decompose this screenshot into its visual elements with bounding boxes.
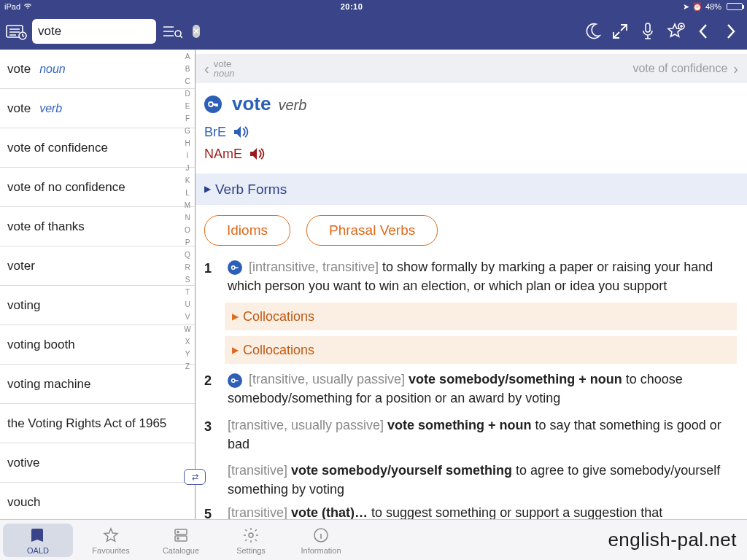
sense-2: 2 [transitive, usually passive] vote som…	[204, 370, 737, 408]
index-letter[interactable]: R	[185, 263, 190, 271]
gear-icon	[241, 526, 260, 545]
index-letter[interactable]: M	[185, 201, 190, 209]
result-item[interactable]: vote of confidence	[0, 128, 195, 168]
result-item[interactable]: the Voting Rights Act of 1965	[0, 404, 195, 443]
entry-panel: ‹ vote noun vote of confidence › vote ve…	[196, 50, 747, 519]
result-item[interactable]: voteverb	[0, 89, 195, 128]
part-of-speech: verb	[278, 95, 306, 116]
index-letter[interactable]: Z	[185, 362, 190, 370]
result-item[interactable]: votenoun	[0, 50, 195, 89]
bottom-tabbar: OALD Favourites Catalogue Settings Infor…	[0, 519, 747, 560]
nav-back-icon[interactable]	[692, 20, 715, 43]
battery-percent: 48%	[705, 2, 721, 11]
index-letter[interactable]: P	[185, 238, 190, 246]
index-letter[interactable]: H	[185, 139, 190, 147]
tab-catalogue[interactable]: Catalogue	[146, 526, 216, 555]
location-icon: ➤	[683, 2, 689, 12]
result-item[interactable]: voting booth	[0, 325, 195, 365]
index-letter[interactable]: F	[185, 114, 190, 122]
pager-prev[interactable]: ‹ vote noun	[204, 59, 235, 78]
alarm-icon: ⏰	[692, 2, 703, 12]
verb-forms-bar[interactable]: ▶ Verb Forms	[196, 174, 747, 206]
mic-icon[interactable]	[636, 20, 659, 43]
result-item[interactable]: voting	[0, 286, 195, 325]
device-label: iPad	[4, 2, 20, 11]
favourite-add-icon[interactable]	[664, 20, 687, 43]
index-letter[interactable]: L	[185, 189, 190, 197]
chevron-right-icon: ›	[733, 61, 738, 77]
sense-4: [transitive] vote somebody/yourself some…	[228, 461, 737, 499]
top-toolbar: ✕	[0, 13, 747, 50]
sense-3: 3 [transitive, usually passive] vote som…	[204, 416, 737, 454]
index-letter[interactable]: D	[185, 90, 190, 98]
index-letter[interactable]: X	[185, 338, 190, 346]
index-letter[interactable]: W	[184, 325, 190, 333]
result-item[interactable]: voting machine	[0, 365, 195, 404]
key-icon	[204, 96, 222, 113]
index-letter[interactable]: G	[185, 127, 190, 135]
result-item[interactable]: vouch	[0, 483, 195, 519]
index-letter[interactable]: J	[186, 164, 190, 172]
speaker-name-icon[interactable]	[248, 147, 267, 161]
index-letter[interactable]: B	[185, 65, 190, 73]
speaker-bre-icon[interactable]	[232, 125, 251, 139]
battery-icon	[727, 3, 743, 10]
bre-label: BrE	[204, 122, 226, 141]
ios-status-bar: iPad 20:10 ➤ ⏰ 48%	[0, 0, 747, 13]
index-letter[interactable]: U	[185, 300, 190, 308]
index-letter[interactable]: S	[185, 276, 190, 284]
search-box[interactable]: ✕	[32, 19, 156, 44]
night-mode-icon[interactable]	[581, 20, 604, 43]
index-letter[interactable]: N	[185, 214, 190, 222]
history-icon[interactable]	[4, 20, 28, 43]
index-letter[interactable]: V	[185, 313, 190, 321]
clear-icon[interactable]: ✕	[193, 25, 200, 38]
index-letter[interactable]: C	[185, 77, 190, 85]
result-item[interactable]: voter	[0, 246, 195, 286]
tab-oald[interactable]: OALD	[3, 524, 73, 557]
clock: 20:10	[63, 2, 640, 11]
watermark: english-pal.net	[608, 529, 747, 551]
result-item[interactable]: vote of no confidence	[0, 168, 195, 207]
result-item[interactable]: votive	[0, 443, 195, 483]
index-letter[interactable]: E	[185, 102, 190, 110]
sense-5: 5 [transitive] vote (that)… to suggest s…	[204, 503, 737, 519]
phrasal-verbs-button[interactable]: Phrasal Verbs	[306, 215, 438, 246]
chevron-left-icon: ‹	[204, 61, 209, 77]
history-toggle-icon[interactable]: ⇄	[184, 469, 206, 485]
search-options-icon[interactable]	[160, 20, 184, 43]
key-icon	[228, 373, 242, 388]
book-icon	[28, 526, 47, 545]
star-icon	[101, 526, 120, 545]
tab-favourites[interactable]: Favourites	[76, 526, 146, 555]
svg-point-12	[249, 533, 253, 537]
name-label: NAmE	[204, 144, 242, 163]
index-letter[interactable]: A	[185, 52, 190, 61]
tab-information[interactable]: Information	[286, 526, 356, 555]
pager-next[interactable]: vote of confidence ›	[632, 61, 738, 77]
svg-point-10	[177, 531, 179, 532]
svg-rect-3	[646, 23, 650, 32]
result-item[interactable]: vote of thanks	[0, 207, 195, 246]
nav-forward-icon[interactable]	[719, 20, 743, 43]
index-letter[interactable]: Q	[185, 251, 190, 259]
info-icon	[311, 526, 330, 545]
sense-1: 1 [intransitive, transitive] to show for…	[204, 257, 737, 295]
svg-point-11	[177, 537, 179, 539]
results-sidebar: votenounvoteverbvote of confidencevote o…	[0, 50, 196, 519]
tab-settings[interactable]: Settings	[216, 526, 286, 555]
collocations-bar[interactable]: ▶Collocations	[225, 336, 737, 364]
fullscreen-icon[interactable]	[608, 20, 632, 43]
triangle-right-icon: ▶	[204, 183, 211, 195]
index-letter[interactable]: Y	[185, 350, 190, 358]
idioms-button[interactable]: Idioms	[204, 215, 290, 246]
index-letter[interactable]: T	[185, 288, 190, 296]
index-letter[interactable]: I	[187, 152, 189, 160]
wifi-icon	[23, 2, 32, 11]
svg-point-2	[175, 31, 181, 36]
collocations-bar[interactable]: ▶Collocations	[225, 303, 737, 330]
index-letter[interactable]: K	[185, 176, 190, 184]
index-letter[interactable]: O	[185, 226, 190, 234]
catalogue-icon	[171, 526, 190, 545]
headword: vote	[232, 90, 271, 118]
